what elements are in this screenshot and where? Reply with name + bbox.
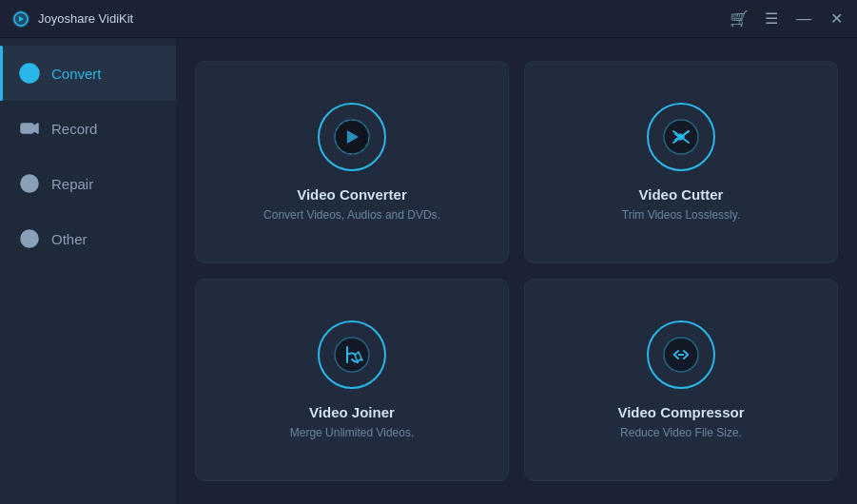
video-joiner-icon-wrap <box>318 320 386 389</box>
sidebar-repair-label: Repair <box>51 176 93 192</box>
video-cutter-desc: Trim Videos Losslessly. <box>622 208 740 222</box>
video-cutter-icon-wrap <box>647 103 715 171</box>
app-title: Joyoshare VidiKit <box>38 11 133 26</box>
sidebar-item-repair[interactable]: Repair <box>0 156 176 211</box>
app-logo-icon <box>11 10 30 29</box>
video-joiner-title: Video Joiner <box>309 404 395 420</box>
content-area: Video Converter Convert Videos, Audios a… <box>176 38 857 504</box>
title-bar-left: Joyoshare VidiKit <box>11 10 133 29</box>
video-compressor-icon <box>662 336 700 374</box>
video-compressor-icon-wrap <box>647 320 715 389</box>
video-converter-icon-wrap <box>318 103 386 171</box>
svg-point-7 <box>29 238 30 240</box>
other-icon <box>19 228 40 249</box>
record-icon <box>19 118 40 139</box>
minimize-button[interactable]: — <box>794 11 813 27</box>
convert-icon <box>19 63 40 84</box>
tool-card-video-joiner[interactable]: Video Joiner Merge Unlimited Videos. <box>195 279 509 481</box>
main-layout: Convert Record Repair <box>0 38 857 504</box>
video-cutter-title: Video Cutter <box>639 186 724 203</box>
tool-card-video-cutter[interactable]: Video Cutter Trim Videos Losslessly. <box>524 61 838 263</box>
svg-point-6 <box>26 238 28 240</box>
video-joiner-desc: Merge Unlimited Videos. <box>290 426 415 439</box>
menu-button[interactable]: ☰ <box>762 11 781 27</box>
title-bar: Joyoshare VidiKit 🛒 ☰ — ✕ <box>0 0 857 38</box>
tool-card-video-compressor[interactable]: Video Compressor Reduce Video File Size. <box>524 279 838 481</box>
sidebar-item-other[interactable]: Other <box>0 211 176 266</box>
svg-point-10 <box>335 120 369 154</box>
svg-rect-3 <box>21 124 33 133</box>
sidebar-other-label: Other <box>51 231 88 247</box>
cart-button[interactable]: 🛒 <box>730 11 749 27</box>
sidebar-item-record[interactable]: Record <box>0 101 176 156</box>
video-converter-title: Video Converter <box>297 186 407 203</box>
sidebar: Convert Record Repair <box>0 38 176 504</box>
sidebar-record-label: Record <box>51 121 97 137</box>
close-button[interactable]: ✕ <box>827 11 846 27</box>
video-compressor-title: Video Compressor <box>617 404 744 420</box>
video-compressor-desc: Reduce Video File Size. <box>620 426 742 439</box>
video-converter-desc: Convert Videos, Audios and DVDs. <box>263 208 440 222</box>
sidebar-convert-label: Convert <box>51 66 102 82</box>
sidebar-item-convert[interactable]: Convert <box>0 46 176 101</box>
svg-point-8 <box>32 238 34 240</box>
repair-icon <box>19 173 40 194</box>
video-cutter-icon <box>662 118 700 156</box>
video-converter-icon <box>333 118 371 156</box>
video-joiner-icon <box>333 336 371 374</box>
tool-card-video-converter[interactable]: Video Converter Convert Videos, Audios a… <box>195 61 509 263</box>
title-bar-controls: 🛒 ☰ — ✕ <box>730 11 846 27</box>
